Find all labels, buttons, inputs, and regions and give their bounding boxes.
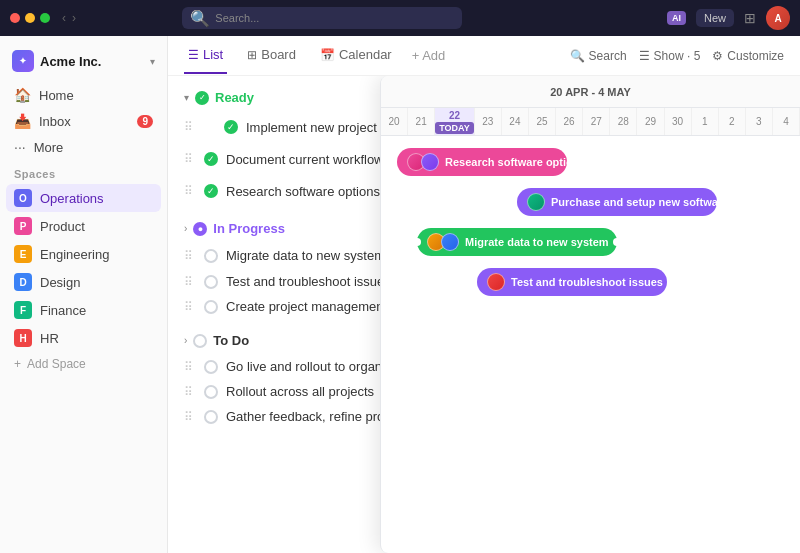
section-todo-toggle[interactable]: › <box>184 335 187 346</box>
drag-handle-icon[interactable]: ⠿ <box>184 410 193 424</box>
section-todo-title: To Do <box>213 333 249 348</box>
sidebar-item-home[interactable]: 🏠 Home <box>6 82 161 108</box>
search-action[interactable]: 🔍 Search <box>570 49 627 63</box>
topbar-actions: AI New ⊞ A <box>667 6 790 30</box>
customize-action[interactable]: ⚙ Customize <box>712 49 784 63</box>
minimize-dot[interactable] <box>25 13 35 23</box>
user-avatar[interactable]: A <box>766 6 790 30</box>
gantt-dot-left <box>413 238 421 246</box>
search-icon: 🔍 <box>570 49 585 63</box>
gantt-bar-avatars <box>407 153 439 171</box>
drag-handle-icon[interactable]: ⠿ <box>184 360 193 374</box>
gantt-header: 20 APR - 4 MAY <box>381 76 800 108</box>
maximize-dot[interactable] <box>40 13 50 23</box>
brand[interactable]: ✦ Acme Inc. ▾ <box>0 44 167 82</box>
add-space[interactable]: + Add Space <box>0 352 167 376</box>
list-icon: ☰ <box>188 48 199 62</box>
gantt-bar-label: Test and troubleshoot issues <box>511 276 663 288</box>
tab-calendar[interactable]: 📅 Calendar <box>316 37 396 74</box>
avatar <box>441 233 459 251</box>
task-status-checkbox[interactable] <box>204 360 218 374</box>
gantt-bar[interactable]: Research software options <box>397 148 567 176</box>
task-status-checkbox[interactable] <box>204 184 218 198</box>
board-icon: ⊞ <box>247 48 257 62</box>
gantt-bar-avatars <box>427 233 459 251</box>
task-status-checkbox[interactable] <box>204 275 218 289</box>
drag-handle-icon[interactable]: ⠿ <box>184 120 193 134</box>
sidebar-item-inbox[interactable]: 📥 Inbox 9 <box>6 108 161 134</box>
tab-board[interactable]: ⊞ Board <box>243 37 300 74</box>
drag-handle-icon[interactable]: ⠿ <box>184 184 193 198</box>
product-label: Product <box>40 219 85 234</box>
nav-arrows: ‹ › <box>62 11 76 25</box>
sidebar-item-product[interactable]: P Product <box>6 212 161 240</box>
section-ready-toggle[interactable]: ▾ <box>184 92 189 103</box>
main-layout: ✦ Acme Inc. ▾ 🏠 Home 📥 Inbox 9 ··· More … <box>0 36 800 553</box>
drag-handle-icon[interactable]: ⠿ <box>184 152 193 166</box>
search-label: Search <box>589 49 627 63</box>
chevron-down-icon: ▾ <box>150 56 155 67</box>
task-status-checkbox[interactable] <box>204 385 218 399</box>
search-placeholder: Search... <box>215 12 259 24</box>
add-view-button[interactable]: + Add <box>412 48 446 63</box>
gantt-bar-row: Research software options <box>397 148 784 176</box>
task-status-checkbox[interactable] <box>204 410 218 424</box>
spaces-list: O Operations P Product E Engineering D D… <box>0 184 167 352</box>
gantt-dot-right <box>613 238 621 246</box>
back-arrow[interactable]: ‹ <box>62 11 66 25</box>
sidebar-item-design[interactable]: D Design <box>6 268 161 296</box>
ai-badge[interactable]: AI <box>667 11 686 25</box>
drag-handle-icon[interactable]: ⠿ <box>184 275 193 289</box>
calendar-icon: 📅 <box>320 48 335 62</box>
content-area: ☰ List ⊞ Board 📅 Calendar + Add 🔍 Search <box>168 36 800 553</box>
task-status-checkbox[interactable] <box>204 152 218 166</box>
sidebar-item-more[interactable]: ··· More <box>6 134 161 160</box>
sidebar-item-operations[interactable]: O Operations <box>6 184 161 212</box>
gantt-bar-row: Migrate data to new system <box>397 228 784 256</box>
sidebar-item-engineering[interactable]: E Engineering <box>6 240 161 268</box>
gantt-date-cell: 4 <box>773 108 800 135</box>
gantt-body: Research software options Purchase and s… <box>381 136 800 308</box>
search-icon: 🔍 <box>190 9 210 28</box>
sidebar-item-finance[interactable]: F Finance <box>6 296 161 324</box>
drag-handle-icon[interactable]: ⠿ <box>184 249 193 263</box>
gantt-bar[interactable]: Test and troubleshoot issues <box>477 268 667 296</box>
gantt-bar[interactable]: Migrate data to new system <box>417 228 617 256</box>
gantt-bar-row: Test and troubleshoot issues <box>397 268 784 296</box>
task-status-checkbox[interactable] <box>204 249 218 263</box>
sidebar-item-hr[interactable]: H HR <box>6 324 161 352</box>
section-inprogress-title: In Progress <box>213 221 285 236</box>
avatar <box>487 273 505 291</box>
gantt-date-cell: 21 <box>408 108 435 135</box>
new-button[interactable]: New <box>696 9 734 27</box>
tab-calendar-label: Calendar <box>339 47 392 62</box>
task-status-checkbox[interactable] <box>224 120 238 134</box>
global-search[interactable]: 🔍 Search... <box>182 7 462 29</box>
gantt-bar-label: Migrate data to new system <box>465 236 609 248</box>
operations-icon: O <box>14 189 32 207</box>
tab-list[interactable]: ☰ List <box>184 37 227 74</box>
gantt-date-cell: 25 <box>529 108 556 135</box>
gantt-bar[interactable]: Purchase and setup new software <box>517 188 717 216</box>
close-dot[interactable] <box>10 13 20 23</box>
avatar <box>527 193 545 211</box>
show-action[interactable]: ☰ Show · 5 <box>639 49 701 63</box>
more-icon: ··· <box>14 139 26 155</box>
drag-handle-icon[interactable]: ⠿ <box>184 300 193 314</box>
gantt-bar-label: Research software options <box>445 156 586 168</box>
gantt-date-cell: 2 <box>719 108 746 135</box>
gantt-panel: 20 APR - 4 MAY 20 21 22 TODAY 23 24 25 <box>380 76 800 553</box>
sidebar-nav: 🏠 Home 📥 Inbox 9 ··· More <box>0 82 167 160</box>
grid-icon[interactable]: ⊞ <box>744 10 756 26</box>
header-right-actions: 🔍 Search ☰ Show · 5 ⚙ Customize <box>570 49 784 63</box>
engineering-icon: E <box>14 245 32 263</box>
design-icon: D <box>14 273 32 291</box>
gantt-today-cell: 22 TODAY <box>435 108 475 135</box>
gantt-dates-row: 20 21 22 TODAY 23 24 25 26 27 28 29 <box>381 108 800 136</box>
show-label: Show · 5 <box>654 49 701 63</box>
section-inprogress-toggle[interactable]: › <box>184 223 187 234</box>
task-status-checkbox[interactable] <box>204 300 218 314</box>
drag-handle-icon[interactable]: ⠿ <box>184 385 193 399</box>
forward-arrow[interactable]: › <box>72 11 76 25</box>
sidebar-item-more-label: More <box>34 140 64 155</box>
